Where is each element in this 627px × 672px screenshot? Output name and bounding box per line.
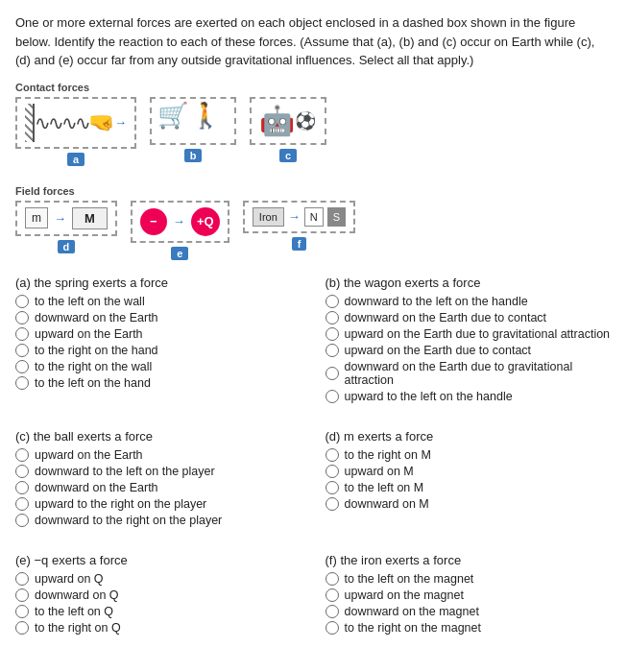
option-a-5[interactable]: to the left on the hand	[15, 376, 302, 390]
checkbox-f-3[interactable]	[326, 621, 339, 635]
checkbox-f-2[interactable]	[326, 605, 339, 618]
qa-title-d: (d) m exerts a force	[326, 429, 613, 444]
checkbox-e-0[interactable]	[15, 572, 29, 586]
option-f-1[interactable]: upward on the magnet	[326, 588, 613, 602]
qa-section-a: (a) the spring exerts a force to the lef…	[15, 276, 302, 406]
option-b-1[interactable]: downward on the Earth due to contact	[326, 311, 613, 324]
arrow-d: →	[54, 211, 66, 226]
figure-a-label: a	[67, 153, 84, 166]
option-b-3[interactable]: upward on the Earth due to contact	[326, 344, 613, 357]
wagon-scene: 🛒 🚶	[157, 101, 221, 131]
figure-f-wrapper: Iron → N S f	[243, 201, 355, 260]
checkbox-c-4[interactable]	[15, 514, 29, 527]
neg-charge: −	[140, 208, 167, 235]
figure-a-box: ∿∿∿∿ 🤜 →	[15, 97, 136, 149]
qa-grid: (a) the spring exerts a force to the lef…	[15, 276, 612, 651]
checkbox-a-5[interactable]	[15, 376, 29, 390]
option-c-0[interactable]: upward on the Earth	[15, 448, 302, 462]
checkbox-a-3[interactable]	[15, 344, 29, 357]
checkbox-b-3[interactable]	[326, 344, 339, 357]
checkbox-d-1[interactable]	[326, 465, 339, 478]
magnet-n: N	[304, 207, 324, 227]
option-f-0[interactable]: to the left on the magnet	[326, 572, 613, 586]
option-f-2[interactable]: downward on the magnet	[326, 605, 613, 618]
figure-b-wrapper: 🛒 🚶 b	[150, 97, 236, 166]
option-c-1[interactable]: downward to the left on the player	[15, 465, 302, 478]
qa-title-e: (e) −q exerts a force	[15, 553, 302, 567]
checkbox-b-0[interactable]	[326, 295, 339, 308]
qa-title-f: (f) the iron exerts a force	[326, 553, 613, 567]
checkbox-c-3[interactable]	[15, 497, 29, 511]
wagon-icon: 🛒	[157, 101, 188, 131]
figure-d-wrapper: m → M d	[15, 201, 117, 260]
option-d-1[interactable]: upward on M	[326, 465, 613, 478]
option-e-2[interactable]: to the left on Q	[15, 605, 302, 618]
qa-title-c: (c) the ball exerts a force	[15, 429, 302, 444]
checkbox-e-2[interactable]	[15, 605, 29, 618]
option-d-0[interactable]: to the right on M	[326, 448, 613, 462]
option-c-2[interactable]: downward on the Earth	[15, 481, 302, 494]
checkbox-d-2[interactable]	[326, 481, 339, 494]
figure-e-wrapper: − → +Q e	[131, 201, 229, 260]
figure-b-box: 🛒 🚶	[150, 97, 236, 145]
checkbox-f-0[interactable]	[326, 572, 339, 586]
option-f-3[interactable]: to the right on the magnet	[326, 621, 613, 635]
qa-section-c: (c) the ball exerts a force upward on th…	[15, 429, 302, 530]
option-a-2[interactable]: upward on the Earth	[15, 327, 302, 341]
robot-icon: 🤖	[259, 104, 295, 137]
checkbox-c-0[interactable]	[15, 448, 29, 462]
checkbox-d-3[interactable]	[326, 497, 339, 511]
big-mass: M	[72, 207, 108, 229]
option-e-1[interactable]: downward on Q	[15, 588, 302, 602]
option-b-5[interactable]: upward to the left on the handle	[326, 390, 613, 403]
checkbox-e-1[interactable]	[15, 588, 29, 602]
figure-e-label: e	[171, 247, 188, 260]
checkbox-a-0[interactable]	[15, 295, 29, 308]
checkbox-f-1[interactable]	[326, 588, 339, 602]
checkbox-b-4[interactable]	[326, 367, 339, 380]
wall-icon	[25, 104, 35, 142]
checkbox-a-4[interactable]	[15, 360, 29, 373]
option-d-2[interactable]: to the left on M	[326, 481, 613, 494]
small-mass: m	[25, 207, 48, 228]
figure-a-wrapper: ∿∿∿∿ 🤜 → a	[15, 97, 136, 166]
force-arrow-a: →	[114, 115, 127, 130]
checkbox-b-5[interactable]	[326, 390, 339, 403]
checkbox-b-1[interactable]	[326, 311, 339, 324]
option-a-3[interactable]: to the right on the hand	[15, 344, 302, 357]
qa-title-a: (a) the spring exerts a force	[15, 276, 302, 290]
qa-section-f: (f) the iron exerts a force to the left …	[326, 553, 613, 637]
option-e-0[interactable]: upward on Q	[15, 572, 302, 586]
option-c-3[interactable]: upward to the right on the player	[15, 497, 302, 511]
figure-c-label: c	[279, 149, 297, 162]
option-a-0[interactable]: to the left on the wall	[15, 295, 302, 308]
spring-icon: ∿∿∿∿	[35, 111, 88, 134]
figure-c-wrapper: 🤖 ⚽ c	[250, 97, 326, 166]
ball-icon: ⚽	[295, 110, 316, 132]
checkbox-a-2[interactable]	[15, 327, 29, 341]
person-icon: 🚶	[190, 101, 221, 131]
option-a-1[interactable]: downward on the Earth	[15, 311, 302, 324]
figure-d-box: m → M	[15, 201, 117, 236]
figure-c-box: 🤖 ⚽	[250, 97, 326, 145]
figure-b-label: b	[184, 149, 203, 162]
option-d-3[interactable]: downward on M	[326, 497, 613, 511]
option-b-0[interactable]: downward to the left on the handle	[326, 295, 613, 308]
figure-e-box: − → +Q	[131, 201, 229, 243]
figure-f-label: f	[292, 237, 307, 251]
checkbox-e-3[interactable]	[15, 621, 29, 635]
option-e-3[interactable]: to the right on Q	[15, 621, 302, 635]
option-b-2[interactable]: upward on the Earth due to gravitational…	[326, 327, 613, 341]
figure-f-box: Iron → N S	[243, 201, 355, 233]
checkbox-c-1[interactable]	[15, 465, 29, 478]
qa-section-b: (b) the wagon exerts a force downward to…	[326, 276, 613, 406]
option-a-4[interactable]: to the right on the wall	[15, 360, 302, 373]
checkbox-b-2[interactable]	[326, 327, 339, 341]
checkbox-c-2[interactable]	[15, 481, 29, 494]
option-c-4[interactable]: downward to the right on the player	[15, 514, 302, 527]
checkbox-a-1[interactable]	[15, 311, 29, 324]
magnet-s: S	[327, 207, 346, 227]
option-b-4[interactable]: downward on the Earth due to gravitation…	[326, 360, 613, 387]
hand-icon: 🤜	[88, 110, 114, 135]
checkbox-d-0[interactable]	[326, 448, 339, 462]
